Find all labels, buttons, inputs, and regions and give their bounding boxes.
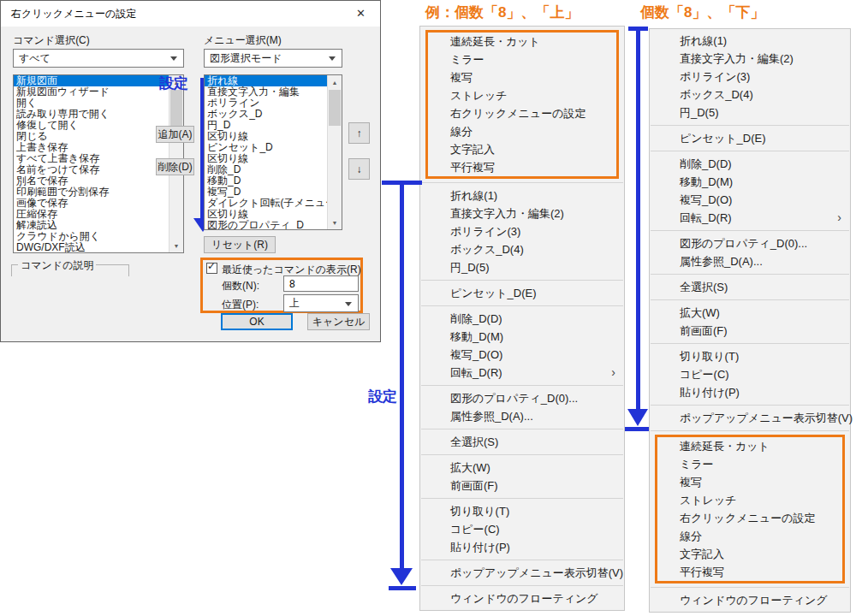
menu-item[interactable]: 直接文字入力・編集(2) (650, 50, 850, 68)
list-item[interactable]: 新規図面 (14, 75, 183, 86)
menu-item[interactable]: ボックス_D(4) (650, 86, 850, 104)
list-item[interactable]: 印刷範囲で分割保存 (14, 187, 183, 198)
menu-item[interactable]: 回転_D(R)› (650, 209, 850, 227)
list-item[interactable]: 区切り線 (205, 209, 342, 220)
menu-item[interactable]: 平行複写 (428, 158, 616, 176)
menu-item[interactable]: 直接文字入力・編集(2) (420, 204, 624, 222)
menu-item[interactable]: ミラー (657, 455, 842, 473)
list-item[interactable]: 新規図面ウィザード (14, 86, 183, 98)
menu-item[interactable]: ミラー (428, 50, 616, 68)
menu-item[interactable]: 前画面(F) (650, 322, 850, 340)
ok-button[interactable]: OK (221, 313, 293, 330)
menu-item[interactable]: 複写_D(O) (650, 191, 850, 209)
reset-button[interactable]: リセット(R) (204, 236, 276, 253)
move-up-button[interactable]: ↑ (348, 122, 370, 144)
scroll-down-icon[interactable]: ▼ (169, 239, 183, 252)
scrollbar-thumb[interactable] (170, 90, 182, 131)
list-item[interactable]: 区切り線 (205, 153, 342, 164)
close-button[interactable]: ✕ (342, 1, 380, 26)
menu-item[interactable]: 複写 (657, 473, 842, 491)
list-item[interactable]: 複写_D (205, 187, 342, 198)
add-button[interactable]: 追加(A) (156, 126, 194, 143)
list-item[interactable]: 区切り線 (205, 131, 342, 142)
menu-item[interactable]: 複写 (428, 68, 616, 86)
menu-item[interactable]: 文字記入 (428, 140, 616, 158)
list-item[interactable]: 別名で保存 (14, 175, 183, 187)
menu-item[interactable]: 切り取り(T) (650, 347, 850, 365)
list-item[interactable]: 移動_D (205, 175, 342, 187)
menu-item[interactable]: 移動_D(M) (650, 173, 850, 191)
menu-item[interactable]: 右クリックメニューの設定 (657, 509, 842, 527)
menu-select-dropdown[interactable]: 図形選択モード (204, 49, 342, 68)
menu-item[interactable]: 図形のプロパティ_D(0)... (650, 234, 850, 252)
scroll-down-icon[interactable]: ▼ (328, 216, 342, 229)
scrollbar[interactable]: ▲ ▼ (327, 75, 342, 229)
menu-item[interactable]: ポップアップメニュー表示切替(V) (650, 409, 850, 427)
menu-item[interactable]: 貼り付け(P) (650, 383, 850, 401)
menu-item[interactable]: 削除_D(D) (420, 310, 624, 328)
menu-item[interactable]: 全選択(S) (420, 433, 624, 451)
menu-item[interactable]: 右クリックメニューの設定 (428, 104, 616, 122)
menu-item[interactable]: 平行複写 (657, 563, 842, 581)
move-down-button[interactable]: ↓ (348, 158, 370, 180)
menu-item[interactable]: 前画面(F) (420, 477, 624, 495)
menu-item[interactable]: 折れ線(1) (420, 187, 624, 204)
menu-item[interactable]: 図形のプロパティ_D(0)... (420, 389, 624, 407)
list-item[interactable]: 開く (14, 98, 183, 109)
list-item[interactable]: 図形のプロパティ_D (205, 220, 342, 230)
menu-item[interactable]: ポップアップメニュー表示切替(V) (420, 564, 624, 582)
menu-item[interactable]: ウィンドウのフローティング (420, 589, 624, 607)
menu-item[interactable]: 連続延長・カット (657, 437, 842, 455)
recent-commands-checkbox[interactable]: ✓ (206, 263, 217, 274)
menu-item[interactable]: 切り取り(T) (420, 502, 624, 520)
menu-item[interactable]: ポリライン(3) (650, 68, 850, 86)
list-item[interactable]: 読み取り専用で開く (14, 109, 183, 120)
list-item[interactable]: 画像で保存 (14, 198, 183, 209)
menu-item[interactable]: ピンセット_D(E) (650, 129, 850, 147)
menu-item[interactable]: 拡大(W) (650, 304, 850, 322)
menu-item[interactable]: 折れ線(1) (650, 32, 850, 50)
menu-item[interactable]: 回転_D(R)› (420, 364, 624, 382)
menu-item[interactable]: 線分 (657, 527, 842, 545)
menu-item[interactable]: ストレッチ (657, 491, 842, 509)
list-item[interactable]: ピンセット_D (205, 142, 342, 153)
cancel-button[interactable]: キャンセル (307, 313, 370, 330)
menu-item[interactable]: 削除_D(D) (650, 155, 850, 173)
delete-button[interactable]: 削除(D) (156, 158, 194, 175)
menu-item[interactable]: コピー(C) (420, 520, 624, 538)
count-input[interactable] (283, 275, 359, 292)
menu-item[interactable]: ボックス_D(4) (420, 240, 624, 258)
menu-item[interactable]: 属性参照_D(A)... (420, 407, 624, 425)
menu-item[interactable]: 複写_D(O) (420, 346, 624, 364)
list-item[interactable]: ポリライン (205, 98, 342, 109)
menu-item[interactable]: ピンセット_D(E) (420, 284, 624, 302)
menu-item[interactable]: コピー(C) (650, 365, 850, 383)
scroll-up-icon[interactable]: ▲ (328, 75, 342, 89)
menu-item[interactable]: ウィンドウのフローティング (650, 591, 850, 609)
position-dropdown[interactable]: 上 (283, 294, 359, 312)
list-item[interactable]: ダイレクト回転(子メニュー) (205, 198, 342, 209)
menu-item[interactable]: 連続延長・カット (428, 33, 616, 50)
command-select-dropdown[interactable]: すべて (13, 49, 184, 68)
list-item[interactable]: 解凍読込 (14, 220, 183, 231)
menu-item[interactable]: 文字記入 (657, 545, 842, 563)
menu-item[interactable]: 拡大(W) (420, 459, 624, 477)
menu-item[interactable]: 移動_D(M) (420, 328, 624, 346)
menu-item[interactable]: 線分 (428, 122, 616, 140)
menu-item[interactable]: 貼り付け(P) (420, 538, 624, 556)
list-item[interactable]: 上書き保存 (14, 142, 183, 153)
menu-item[interactable]: 属性参照_D(A)... (650, 252, 850, 270)
list-item[interactable]: ボックス_D (205, 109, 342, 120)
menu-item[interactable]: 全選択(S) (650, 278, 850, 296)
menu-item[interactable]: 円_D(5) (650, 104, 850, 121)
menu-listbox[interactable]: ▲ ▼ 折れ線直接文字入力・編集ポリラインボックス_D円_D区切り線ピンセット_… (204, 74, 342, 230)
list-item[interactable]: 削除_D (205, 164, 342, 175)
list-item[interactable]: DWG/DXF読込 (14, 242, 183, 253)
list-item[interactable]: 折れ線 (205, 75, 342, 86)
list-item[interactable]: クラウドから開く (14, 231, 183, 242)
menu-item[interactable]: ストレッチ (428, 86, 616, 104)
list-item[interactable]: 圧縮保存 (14, 209, 183, 220)
list-item[interactable]: 直接文字入力・編集 (205, 86, 342, 98)
menu-item[interactable]: ポリライン(3) (420, 222, 624, 240)
scrollbar-thumb[interactable] (329, 90, 341, 126)
